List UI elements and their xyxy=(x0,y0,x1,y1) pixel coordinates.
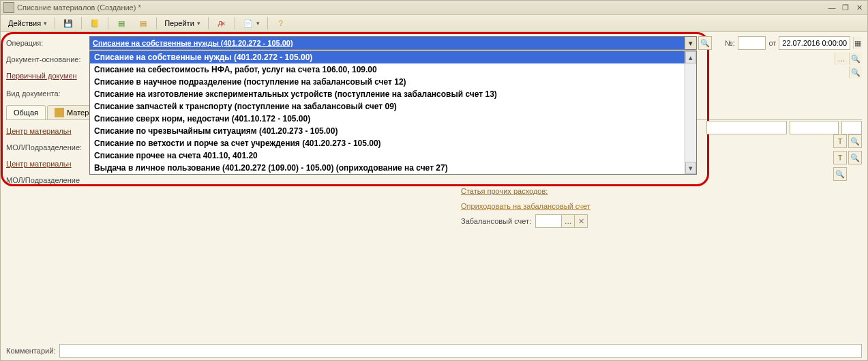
app-window: Списание материалов (Создание) * — ❐ ✕ Д… xyxy=(0,0,868,361)
actions-menu-button[interactable]: Действия ▾ xyxy=(3,16,52,31)
maximize-button[interactable]: ❐ xyxy=(840,3,851,12)
off-balance-heading: Оприходовать на забалансовый счет xyxy=(461,202,863,210)
save-button[interactable]: 💾 xyxy=(58,16,78,31)
tab-general[interactable]: Общая xyxy=(6,105,46,119)
basis-doc-label: Документ-основание: xyxy=(6,55,89,63)
right-icon-column: T 🔍 T 🔍 🔍 xyxy=(833,134,862,181)
search-button[interactable]: 🔍 xyxy=(849,66,862,78)
copy-doc-button[interactable]: ▤ xyxy=(133,16,153,31)
footer: Комментарий: xyxy=(6,344,862,358)
operation-label: Операция: xyxy=(6,39,89,47)
from-label: от xyxy=(768,39,776,47)
ellipsis-button[interactable]: … xyxy=(561,215,574,227)
aux-input-1[interactable] xyxy=(706,121,787,134)
help-button[interactable]: ? xyxy=(271,16,291,31)
doc-number-date-row: №: от 22.07.2016 0:00:00 ▦ xyxy=(725,36,862,50)
doc-type-label: Вид документа: xyxy=(6,89,89,98)
calendar-icon: ▦ xyxy=(854,39,861,48)
minimize-button[interactable]: — xyxy=(826,3,837,12)
search-button[interactable]: 🔍 xyxy=(848,134,862,148)
dropdown-item[interactable]: Списание прочее на счета 401.10, 401.20 xyxy=(90,149,696,162)
tab-general-label: Общая xyxy=(14,109,38,117)
dropdown-item[interactable]: Списание по ветхости и порче за счет учр… xyxy=(90,137,696,149)
dtkt-text-button[interactable]: Дк xyxy=(211,16,232,31)
titlebar: Списание материалов (Создание) * — ❐ ✕ xyxy=(1,1,867,15)
dropdown-toggle-button[interactable]: ▾ xyxy=(685,37,696,49)
toolbar-separator xyxy=(81,17,82,29)
off-balance-acct-input[interactable]: … xyxy=(535,214,575,228)
report-button[interactable]: 📄▾ xyxy=(238,16,265,31)
date-input[interactable]: 22.07.2016 0:00:00 xyxy=(779,36,850,50)
aux-input-3[interactable] xyxy=(841,121,862,134)
chevron-down-icon: ▾ xyxy=(197,20,200,27)
operation-select[interactable]: Списание на собственные нужды (401.20.27… xyxy=(89,36,697,50)
primary-doc-link[interactable]: Первичный докумен xyxy=(6,72,89,80)
date-value: 22.07.2016 0:00:00 xyxy=(779,39,850,47)
operation-search-button[interactable]: 🔍 xyxy=(698,36,712,50)
aux-input-2[interactable] xyxy=(790,121,839,134)
number-input[interactable] xyxy=(738,36,766,50)
dt-kt-button[interactable]: 📒 xyxy=(85,16,105,31)
help-icon: ? xyxy=(275,18,286,29)
doc-copy-icon: ▤ xyxy=(138,18,149,29)
dropdown-item[interactable]: Списание на себестоимость НФА, работ, ус… xyxy=(90,63,696,76)
type-button[interactable]: T xyxy=(833,134,847,148)
other-expenses-link[interactable]: Статья прочих расходов: xyxy=(461,187,548,195)
toolbar-separator xyxy=(267,17,268,29)
comment-label: Комментарий: xyxy=(6,347,55,355)
scroll-down-icon[interactable]: ▾ xyxy=(685,162,696,174)
mol2-label: МОЛ/Подразделение xyxy=(6,176,89,184)
report-icon: 📄 xyxy=(243,18,254,29)
right-aux-inputs xyxy=(706,121,862,134)
operation-selected-text: Списание на собственные нужды (401.20.27… xyxy=(90,39,685,47)
actions-label: Действия xyxy=(8,19,41,27)
dropdown-item[interactable]: Выдача в личное пользование (401.20.272 … xyxy=(90,162,696,174)
goto-label: Перейти xyxy=(164,19,194,27)
dropdown-scrollbar[interactable]: ▴ ▾ xyxy=(685,51,696,174)
toolbar: Действия ▾ 💾 📒 ▤ ▤ Перейти ▾ Дк 📄▾ ? xyxy=(1,15,867,32)
toolbar-separator xyxy=(55,17,55,29)
clear-button[interactable]: ✕ xyxy=(575,214,588,228)
save-icon: 💾 xyxy=(63,18,74,29)
close-button[interactable]: ✕ xyxy=(854,3,865,12)
search-button[interactable]: 🔍 xyxy=(848,151,862,164)
dropdown-item[interactable]: Списание по чрезвычайным ситуациям (401.… xyxy=(90,125,696,137)
calendar-button[interactable]: ▦ xyxy=(853,37,862,49)
dropdown-item[interactable]: Списание запчастей к транспорту (поступл… xyxy=(90,100,696,113)
search-button[interactable]: 🔍 xyxy=(849,53,862,65)
center1-link[interactable]: Центр материальн xyxy=(6,127,89,135)
toolbar-separator xyxy=(235,17,235,29)
off-balance-acct-label: Забалансовый счет: xyxy=(461,217,531,225)
dropdown-item[interactable]: Списание сверх норм, недостачи (401.10.1… xyxy=(90,113,696,125)
chevron-down-icon: ▾ xyxy=(256,20,260,27)
scroll-up-icon[interactable]: ▴ xyxy=(685,51,696,63)
chevron-down-icon: ▾ xyxy=(44,20,47,27)
toolbar-separator xyxy=(156,17,157,29)
type-button[interactable]: T xyxy=(833,151,847,164)
dropdown-item[interactable]: Списание в научное подразделение (поступ… xyxy=(90,76,696,88)
goto-menu-button[interactable]: Перейти ▾ xyxy=(160,16,205,31)
primary-doc-actions: 🔍 xyxy=(849,66,862,78)
operation-dropdown-list: Списание на собственные нужды (401.20.27… xyxy=(89,50,697,175)
doc-green-icon: ▤ xyxy=(116,18,127,29)
comment-input[interactable] xyxy=(59,344,862,358)
toolbar-separator xyxy=(208,17,209,29)
number-label: №: xyxy=(725,39,735,47)
dropdown-item[interactable]: Списание на изготовление экспериментальн… xyxy=(90,88,696,100)
ellipsis-button[interactable]: … xyxy=(835,53,848,65)
dtkt-icon: Дк xyxy=(216,18,227,29)
basis-doc-actions: … 🔍 xyxy=(835,53,862,65)
ledger-icon: 📒 xyxy=(89,18,100,29)
table-icon xyxy=(55,108,64,117)
dropdown-item[interactable]: Списание на собственные нужды (401.20.27… xyxy=(90,51,696,63)
mol1-label: МОЛ/Подразделение: xyxy=(6,143,89,151)
app-icon xyxy=(3,2,14,13)
other-expenses-block: Статья прочих расходов: Оприходовать на … xyxy=(461,184,863,228)
toolbar-separator xyxy=(108,17,108,29)
tab-materials-label: Матер xyxy=(67,109,89,117)
window-title: Списание материалов (Создание) * xyxy=(17,3,826,12)
center2-link[interactable]: Центр материальн xyxy=(6,160,89,168)
search-button[interactable]: 🔍 xyxy=(833,167,847,181)
green-doc-button[interactable]: ▤ xyxy=(111,16,132,31)
